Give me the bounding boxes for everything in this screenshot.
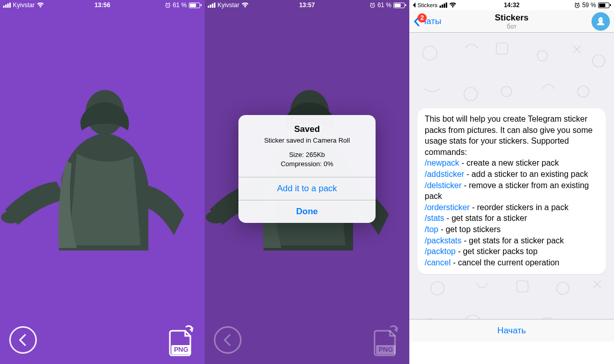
- wifi-icon: [449, 3, 456, 8]
- signal-icon: [3, 3, 11, 8]
- command-desc: - get top stickers: [438, 225, 501, 234]
- png-label: PNG: [174, 346, 188, 353]
- command-link[interactable]: /top: [425, 225, 438, 234]
- export-png-button[interactable]: PNG: [167, 324, 195, 356]
- command-link[interactable]: /newpack: [425, 158, 459, 167]
- svg-point-9: [423, 46, 437, 60]
- screen-saved-alert: Kyivstar 13:57 61 %: [205, 0, 409, 364]
- command-link[interactable]: /packtop: [425, 247, 455, 256]
- alarm-icon: [165, 2, 171, 8]
- bot-message: This bot will help you create Telegram s…: [418, 108, 606, 274]
- back-to-app[interactable]: Stickers: [412, 2, 437, 8]
- alert-message: Sticker saved in Camera Roll: [247, 136, 367, 144]
- svg-point-18: [557, 282, 569, 294]
- nav-bar: Чаты 2 Stickers бот: [409, 10, 614, 33]
- command-list: /newpack - create a new sticker pack/add…: [425, 157, 599, 268]
- command-link[interactable]: /stats: [425, 214, 444, 222]
- screen-editor: Kyivstar 13:56 61 %: [0, 0, 205, 364]
- battery-pct: 61 %: [173, 2, 187, 9]
- command-desc: - add a sticker to an existing pack: [464, 170, 588, 178]
- add-to-pack-button[interactable]: Add it to a pack: [238, 177, 376, 200]
- svg-point-15: [578, 86, 589, 97]
- battery-pct: 59 %: [582, 2, 596, 9]
- command-desc: - get stats for a sticker pack: [462, 236, 564, 245]
- status-bar: Stickers 14:32 59 %: [409, 0, 614, 10]
- message-intro: This bot will help you create Telegram s…: [425, 115, 593, 156]
- status-bar: Kyivstar 13:56 61 %: [0, 0, 205, 10]
- back-button[interactable]: [9, 326, 37, 354]
- command-desc: - create a new sticker pack: [459, 158, 559, 167]
- alert-title: Saved: [247, 124, 367, 134]
- battery-icon: [598, 3, 611, 8]
- unread-badge: 2: [418, 13, 427, 22]
- command-link[interactable]: /delsticker: [425, 181, 462, 190]
- chat-body[interactable]: This bot will help you create Telegram s…: [409, 33, 614, 342]
- alarm-icon: [574, 2, 580, 8]
- start-button[interactable]: Начать: [409, 319, 614, 342]
- back-to-chats-button[interactable]: Чаты 2: [413, 16, 441, 27]
- chat-title: Stickers: [495, 13, 529, 23]
- sticker-preview: [0, 82, 205, 251]
- command-link[interactable]: /addsticker: [425, 170, 464, 178]
- svg-point-11: [537, 51, 547, 61]
- command-desc: - get sticker packs top: [455, 247, 537, 256]
- bot-avatar[interactable]: [591, 12, 610, 31]
- svg-point-13: [464, 87, 477, 101]
- signal-icon: [440, 3, 447, 8]
- svg-point-16: [431, 282, 444, 295]
- command-link[interactable]: /ordersticker: [425, 203, 470, 212]
- screen-telegram: Stickers 14:32 59 % Чаты 2 Stickers бот: [409, 0, 614, 364]
- chat-subtitle: бот: [495, 23, 529, 30]
- svg-rect-14: [501, 86, 512, 97]
- command-desc: - reorder stickers in a pack: [470, 203, 568, 212]
- command-desc: - get stats for a sticker: [444, 214, 527, 222]
- wifi-icon: [37, 3, 44, 8]
- clock: 13:56: [95, 2, 111, 9]
- svg-point-12: [593, 55, 605, 67]
- alert-size: Size: 265Kb: [247, 150, 367, 160]
- done-button[interactable]: Done: [238, 200, 376, 223]
- battery-icon: [189, 3, 202, 8]
- clock: 14:32: [504, 2, 520, 9]
- carrier-label: Kyivstar: [13, 2, 35, 9]
- svg-rect-10: [496, 43, 508, 54]
- alert-compression: Compression: 0%: [247, 160, 367, 169]
- saved-alert: Saved Sticker saved in Camera Roll Size:…: [238, 115, 376, 223]
- svg-rect-17: [517, 281, 528, 292]
- command-link[interactable]: /cancel: [425, 258, 451, 267]
- svg-point-2: [1, 211, 21, 223]
- command-link[interactable]: /packstats: [425, 236, 462, 245]
- command-desc: - cancel the current operation: [451, 258, 560, 267]
